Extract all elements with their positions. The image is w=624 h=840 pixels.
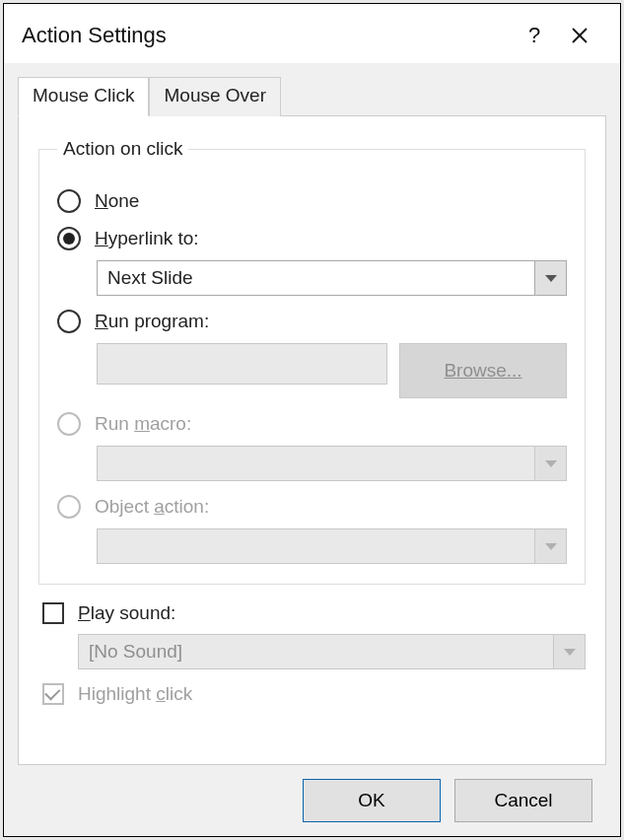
chevron-down-icon [564, 649, 576, 656]
run-program-input [97, 343, 387, 385]
group-legend: Action on click [57, 138, 188, 160]
dialog-title: Action Settings [22, 23, 512, 48]
play-sound-combo-button [553, 635, 585, 668]
option-run-macro: Run macro: [57, 412, 567, 436]
tab-panel-mouse-click: Action on click None Hyperlink to: Next … [18, 115, 606, 765]
tab-strip: Mouse Click Mouse Over [18, 77, 606, 115]
action-on-click-group: Action on click None Hyperlink to: Next … [38, 138, 586, 585]
hyperlink-combo-button[interactable] [534, 261, 566, 295]
below-group: Play sound: [No Sound] Highlight click [38, 602, 586, 705]
option-run-program[interactable]: Run program: [57, 310, 567, 333]
label-hyperlink: Hyperlink to: [95, 228, 199, 249]
hyperlink-target-row: Next Slide [97, 260, 567, 296]
option-object-action: Object action: [57, 495, 567, 519]
help-icon: ? [528, 23, 540, 48]
radio-hyperlink[interactable] [57, 227, 81, 250]
close-button[interactable] [557, 18, 602, 53]
hyperlink-combo[interactable]: Next Slide [97, 260, 567, 296]
play-sound-combo-value: [No Sound] [79, 635, 553, 668]
label-none: None [95, 190, 139, 212]
help-button[interactable]: ? [512, 18, 557, 53]
label-run-program: Run program: [95, 311, 209, 332]
play-sound-combo-row: [No Sound] [78, 634, 586, 669]
run-macro-combo-button [534, 447, 566, 480]
browse-button-label: Browse... [444, 360, 521, 382]
play-sound-combo: [No Sound] [78, 634, 586, 669]
option-none[interactable]: None [57, 189, 567, 213]
browse-button: Browse... [399, 343, 567, 398]
chevron-down-icon [545, 275, 557, 282]
label-highlight-click: Highlight click [78, 683, 192, 705]
tab-mouse-click[interactable]: Mouse Click [18, 77, 149, 116]
chevron-down-icon [545, 543, 557, 550]
tab-mouse-over[interactable]: Mouse Over [149, 77, 280, 116]
highlight-click-row: Highlight click [42, 683, 586, 705]
run-macro-combo-value [98, 447, 534, 480]
close-icon [570, 26, 589, 45]
play-sound-row[interactable]: Play sound: [42, 602, 586, 624]
object-action-row [97, 528, 567, 564]
action-settings-dialog: Action Settings ? Mouse Click Mouse Over… [3, 3, 621, 837]
run-macro-combo [97, 446, 567, 481]
label-object-action: Object action: [95, 496, 209, 518]
radio-object-action [57, 495, 81, 519]
checkbox-play-sound[interactable] [42, 602, 64, 624]
option-hyperlink[interactable]: Hyperlink to: [57, 227, 567, 250]
run-macro-row [97, 446, 567, 481]
radio-run-program[interactable] [57, 310, 81, 333]
chevron-down-icon [545, 460, 557, 467]
radio-run-macro [57, 412, 81, 436]
checkbox-highlight-click [42, 683, 64, 705]
titlebar: Action Settings ? [4, 4, 620, 63]
label-play-sound: Play sound: [78, 602, 175, 624]
radio-none[interactable] [57, 189, 81, 213]
hyperlink-combo-value: Next Slide [98, 261, 534, 295]
object-action-combo-button [534, 529, 566, 563]
ok-button[interactable]: OK [303, 779, 441, 822]
cancel-button[interactable]: Cancel [454, 779, 592, 822]
run-program-row: Browse... [97, 343, 567, 398]
content-area: Mouse Click Mouse Over Action on click N… [4, 63, 620, 836]
dialog-footer: OK Cancel [18, 765, 606, 836]
object-action-combo [97, 528, 567, 564]
object-action-combo-value [98, 529, 534, 563]
label-run-macro: Run macro: [95, 413, 191, 435]
